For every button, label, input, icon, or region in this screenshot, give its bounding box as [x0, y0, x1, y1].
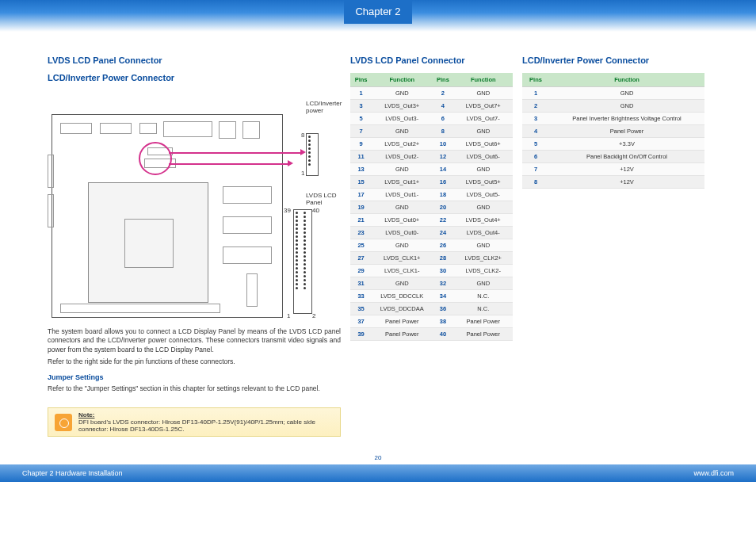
pin-number: 39: [350, 328, 372, 341]
footer-bar: Chapter 2 Hardware Installation www.dfi.…: [0, 464, 756, 482]
middle-column: LVDS LCD Panel Connector Pins Function P…: [350, 55, 513, 437]
lvds-pin-table: Pins Function Pins Function 1GND2GND3LVD…: [350, 73, 513, 341]
subhead-jumper: Jumper Settings: [48, 373, 341, 381]
pin-function: LVDS_Out7+: [454, 100, 513, 113]
inner-chip: [124, 219, 174, 268]
pin-function: LVDS_CLK1+: [372, 252, 432, 265]
th-pins: Pins: [432, 73, 453, 87]
pin-function: GND: [549, 100, 704, 113]
table-row: 9LVDS_Out2+10LVDS_Out6+: [350, 138, 513, 151]
pin-number: 17: [350, 189, 372, 201]
pin-number: 37: [350, 315, 372, 328]
diagram-label-lvds: LVDS LCD Panel: [306, 192, 341, 206]
th-pins: Pins: [350, 73, 372, 87]
table-row: 33LVDS_DDCCLK34N.C.: [350, 290, 513, 303]
pin-function: GND: [372, 277, 432, 290]
paragraph-refer: Refer to the right side for the pin func…: [48, 357, 341, 366]
pin-function: LVDS_Out1+: [372, 176, 432, 189]
table-row: 1GND: [522, 87, 704, 100]
th-function: Function: [549, 73, 704, 87]
pin-function: LVDS_Out6+: [454, 138, 513, 151]
pin-function: LVDS_Out0+: [372, 214, 432, 227]
note-heading: Note:: [78, 411, 94, 418]
table-row: 3Panel Inverter Brightness Voltage Contr…: [522, 113, 704, 125]
pin-function: LVDS_Out4+: [454, 214, 513, 227]
heading-lvds-connector: LVDS LCD Panel Connector: [48, 55, 341, 65]
pin-function: Panel Power: [372, 315, 432, 328]
board-component: [223, 186, 272, 204]
pin-number: 12: [432, 151, 453, 163]
pin-number: 2: [432, 87, 453, 100]
pin-function: N.C.: [454, 290, 513, 303]
board-component: [60, 123, 92, 134]
pin-function: +12V: [549, 163, 704, 176]
table-row: 15LVDS_Out1+16LVDS_Out5+: [350, 176, 513, 189]
table-row: 3LVDS_Out3+4LVDS_Out7+: [350, 100, 513, 113]
pin-function: GND: [454, 277, 513, 290]
pin-number: 5: [350, 113, 372, 125]
pin-function: LVDS_Out2+: [372, 138, 432, 151]
diagram-label-inverter: LCD/Inverter power: [306, 100, 342, 114]
pin-number: 6: [522, 151, 549, 163]
board-outline: [52, 114, 283, 318]
pin-number: 2: [522, 100, 549, 113]
pin-function: GND: [372, 201, 432, 214]
pin-function: Panel Inverter Brightness Voltage Contro…: [549, 113, 704, 125]
table-row: 21LVDS_Out0+22LVDS_Out4+: [350, 214, 513, 227]
arrowhead-bot: [288, 160, 293, 166]
table-row: 4Panel Power: [522, 125, 704, 138]
pin-function: GND: [454, 163, 513, 176]
board-component: [139, 123, 157, 134]
pin-number: 34: [432, 290, 453, 303]
page-number: 20: [0, 454, 756, 461]
inverter-pin-table: Pins Function 1GND2GND3Panel Inverter Br…: [522, 73, 704, 189]
pin-number: 32: [432, 277, 453, 290]
pin-function: +12V: [549, 176, 704, 189]
table-row: 27LVDS_CLK1+28LVDS_CLK2+: [350, 252, 513, 265]
pin-number: 31: [350, 277, 372, 290]
pin-number: 13: [350, 163, 372, 176]
pin-function: LVDS_Out3-: [372, 113, 432, 125]
pin-number: 3: [350, 100, 372, 113]
callout-line-top: [169, 152, 302, 154]
pin-function: GND: [454, 87, 513, 100]
pin-number: 4: [432, 100, 453, 113]
pin-number: 8: [432, 125, 453, 138]
pin-label: 39: [284, 207, 291, 214]
pin-function: GND: [372, 163, 432, 176]
inverter-connector-diagram: [306, 133, 319, 176]
paragraph-intro: The system board allows you to connect a…: [48, 327, 341, 354]
table-row: 19GND20GND: [350, 201, 513, 214]
pin-function: LVDS_Out4-: [454, 227, 513, 239]
board-component: [48, 194, 54, 227]
table-row: 35LVDS_DDCDAA36N.C.: [350, 303, 513, 315]
left-column: LVDS LCD Panel Connector LCD/Inverter Po…: [48, 55, 341, 437]
lvds-connector-diagram: [293, 209, 312, 314]
paragraph-jumper: Refer to the "Jumper Settings" section i…: [48, 384, 341, 393]
pin-function: GND: [454, 239, 513, 252]
pin-number: 27: [350, 252, 372, 265]
table-row: 25GND26GND: [350, 239, 513, 252]
pin-number: 16: [432, 176, 453, 189]
pin-function: N.C.: [454, 303, 513, 315]
callout-circle: [139, 142, 172, 175]
pin-function: LVDS_Out3+: [372, 100, 432, 113]
main-content: LVDS LCD Panel Connector LCD/Inverter Po…: [0, 32, 756, 445]
table-row: 1GND2GND: [350, 87, 513, 100]
heading-inverter-table: LCD/Inverter Power Connector: [522, 55, 704, 65]
pin-label: 1: [301, 170, 304, 177]
table-row: 6Panel Backlight On/Off Control: [522, 151, 704, 163]
table-row: 13GND14GND: [350, 163, 513, 176]
pin-function: Panel Power: [454, 328, 513, 341]
pin-number: 6: [432, 113, 453, 125]
table-row: 2GND: [522, 100, 704, 113]
pin-function: Panel Power: [454, 315, 513, 328]
pin-number: 35: [350, 303, 372, 315]
table-row: 29LVDS_CLK1-30LVDS_CLK2-: [350, 265, 513, 277]
board-component: [246, 273, 258, 307]
pin-function: GND: [372, 125, 432, 138]
table-row: 39Panel Power40Panel Power: [350, 328, 513, 341]
pin-function: LVDS_DDCCLK: [372, 290, 432, 303]
arrowhead-top: [300, 149, 306, 155]
pin-function: GND: [454, 201, 513, 214]
